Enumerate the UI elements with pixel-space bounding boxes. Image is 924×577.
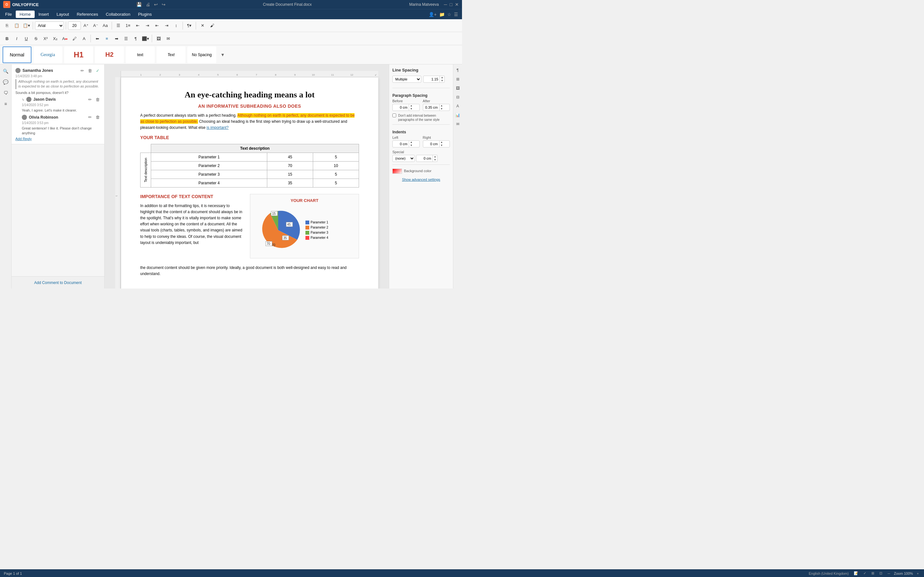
right-indent-number[interactable] [423, 142, 439, 146]
comment-1-delete-icon[interactable]: 🗑 [87, 68, 93, 73]
table-panel-icon[interactable]: ⊞ [454, 75, 462, 83]
header-panel-icon[interactable]: ⊟ [454, 93, 462, 101]
comment-1-resolve-icon[interactable]: ✓ [95, 68, 100, 73]
reply-1-delete-icon[interactable]: 🗑 [95, 97, 100, 102]
style-panel-icon[interactable]: A [454, 102, 462, 110]
after-spacing-input[interactable]: ▲ ▼ [423, 104, 450, 111]
increase-font-icon[interactable]: A⁺ [81, 21, 90, 30]
image-panel-icon[interactable]: 🖼 [454, 84, 462, 92]
chart-panel-icon[interactable]: 📊 [454, 111, 462, 119]
reply-2-delete-icon[interactable]: 🗑 [95, 114, 100, 120]
paste-icon[interactable]: 📋 [12, 21, 21, 30]
font-selector[interactable]: Arial [35, 21, 64, 30]
strikethrough-button[interactable]: S [31, 34, 40, 43]
before-down[interactable]: ▼ [409, 107, 414, 111]
special-down[interactable]: ▼ [433, 158, 437, 161]
before-up[interactable]: ▲ [409, 104, 414, 107]
line-spacing-icon[interactable]: ↕ [172, 21, 181, 30]
styles-dropdown-icon[interactable]: ¶▾ [185, 21, 194, 30]
left-up[interactable]: ▲ [409, 141, 414, 144]
line-spacing-type-select[interactable]: Multiple Single 1.5 Lines Double Exactly [393, 76, 421, 83]
style-h2[interactable]: H2 [95, 47, 124, 63]
style-h1[interactable]: H1 [64, 47, 93, 63]
background-color-swatch[interactable] [393, 169, 402, 174]
list-bullet-icon[interactable]: ☰ [114, 21, 123, 30]
reply-2-edit-icon[interactable]: ✏ [87, 114, 93, 120]
menu-layout[interactable]: Layout [53, 11, 73, 18]
document-area[interactable]: 1 2 3 4 5 6 7 8 9 10 11 12 ↙ 12345678910… [105, 64, 389, 288]
special-up[interactable]: ▲ [433, 155, 437, 158]
left-down[interactable]: ▼ [409, 144, 414, 147]
before-spacing-input[interactable]: ▲ ▼ [393, 104, 420, 111]
menu-references[interactable]: References [73, 11, 102, 18]
right-indent-input[interactable]: ▲ ▼ [423, 140, 450, 147]
align-right-button[interactable]: ➡ [112, 34, 121, 43]
file-save-icon[interactable]: 💾 [136, 2, 142, 7]
outdent-icon[interactable]: ⇤ [152, 21, 162, 30]
right-down[interactable]: ▼ [439, 144, 444, 147]
list-number-icon[interactable]: 1≡ [124, 21, 132, 30]
mail-merge-button[interactable]: ✉ [164, 34, 173, 43]
minimize-button[interactable]: ─ [444, 2, 447, 7]
shading-button[interactable]: ⬛▾ [141, 34, 150, 43]
maximize-button[interactable]: □ [450, 2, 452, 7]
style-georgia[interactable]: Georgia [33, 47, 62, 63]
menu-plugins[interactable]: Plugins [134, 11, 156, 18]
italic-button[interactable]: I [12, 34, 21, 43]
menu-home[interactable]: Home [16, 11, 35, 18]
style-normal[interactable]: Normal [3, 47, 31, 63]
font-size-input[interactable] [68, 21, 81, 30]
hamburger-icon[interactable]: ☰ [454, 12, 458, 17]
right-up[interactable]: ▲ [439, 141, 444, 144]
chat-sidebar-button[interactable]: 🗨 [1, 88, 11, 98]
line-spacing-up-arrow[interactable]: ▲ [440, 76, 444, 79]
special-value-input[interactable]: ▲ ▼ [416, 155, 438, 162]
list-decrease-icon[interactable]: ⇤ [133, 21, 142, 30]
line-spacing-number[interactable] [423, 77, 439, 81]
highlight-button[interactable]: 🖊 [70, 34, 79, 43]
add-comment-button[interactable]: Add Comment to Document [11, 276, 104, 288]
menu-insert[interactable]: Insert [35, 11, 53, 18]
no-interval-checkbox[interactable] [393, 113, 396, 117]
superscript-button[interactable]: X² [41, 34, 50, 43]
insert-image-button[interactable]: 🖼 [154, 34, 163, 43]
underline-button[interactable]: U [22, 34, 31, 43]
case-icon[interactable]: Aa [101, 21, 110, 30]
line-spacing-value-input[interactable]: ▲ ▼ [423, 76, 445, 83]
show-advanced-button[interactable]: Show advanced settings [393, 177, 450, 181]
list-increase-icon[interactable]: ⇥ [143, 21, 152, 30]
bold-button[interactable]: B [3, 34, 11, 43]
left-indent-input[interactable]: ▲ ▼ [393, 140, 420, 147]
indent-icon[interactable]: ⇥ [162, 21, 171, 30]
style-text2[interactable]: Text [157, 47, 186, 63]
print-icon[interactable]: 🖨 [145, 2, 150, 7]
subscript-button[interactable]: X₂ [51, 34, 60, 43]
decrease-font-icon[interactable]: A⁻ [91, 21, 100, 30]
copy-icon[interactable]: ⎘ [3, 21, 11, 30]
paragraph-marks-button[interactable]: ¶ [131, 34, 140, 43]
style-nospace[interactable]: No Spacing [187, 47, 216, 63]
after-spacing-number[interactable] [423, 105, 439, 109]
line-spacing-down-arrow[interactable]: ▼ [440, 79, 444, 82]
star-icon[interactable]: ☆ [447, 12, 451, 17]
special-value-number[interactable] [417, 156, 433, 160]
add-reply-button[interactable]: Add Reply [15, 137, 100, 141]
style-text[interactable]: text [126, 47, 155, 63]
share-icon[interactable]: 📁 [439, 12, 445, 17]
shadow-button[interactable]: A [79, 34, 89, 43]
clear-format-icon[interactable]: ✕ [198, 21, 207, 30]
search-sidebar-button[interactable]: 🔍 [1, 66, 11, 76]
paste-special-icon[interactable]: 📋▾ [22, 21, 31, 30]
close-button[interactable]: ✕ [455, 2, 459, 7]
menu-collaboration[interactable]: Collaboration [102, 11, 134, 18]
menu-file[interactable]: File [1, 11, 16, 18]
align-left-button[interactable]: ⬅ [93, 34, 102, 43]
styles-expand-arrow[interactable]: ▾ [218, 47, 227, 63]
redo-icon[interactable]: ↪ [162, 2, 166, 7]
special-type-select[interactable]: (none) First line Hanging [393, 155, 415, 162]
font-color-button[interactable]: A▬ [60, 34, 69, 43]
before-spacing-number[interactable] [393, 105, 409, 109]
reply-1-edit-icon[interactable]: ✏ [87, 97, 93, 102]
after-up[interactable]: ▲ [439, 104, 444, 107]
paragraph-panel-icon[interactable]: ¶ [454, 66, 462, 74]
